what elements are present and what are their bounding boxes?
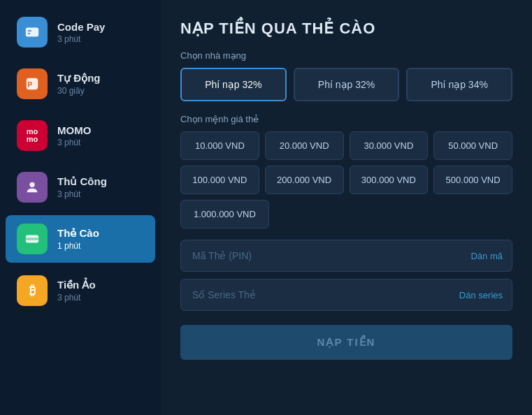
value-label: Chọn mệnh giá thẻ (180, 114, 512, 124)
tu-dong-name: Tự Động (57, 72, 101, 85)
sidebar-item-code-pay[interactable]: Code Pay3 phút (6, 8, 155, 56)
tu-dong-time: 30 giây (57, 86, 101, 96)
momo-icon: momo (17, 120, 48, 151)
value-btn-v500[interactable]: 500.000 VND (433, 166, 512, 194)
sidebar-item-the-cao[interactable]: Thẻ Cào1 phút (6, 215, 155, 263)
value-btn-v200[interactable]: 200.000 VND (265, 166, 344, 194)
sidebar-item-thu-cong[interactable]: Thủ Công3 phút (6, 163, 155, 211)
svg-rect-1 (28, 30, 32, 31)
value-btn-v300[interactable]: 300.000 VND (350, 166, 429, 194)
value-grid-row2: 100.000 VND200.000 VND300.000 VND500.000… (180, 166, 512, 194)
pin-input[interactable] (180, 240, 512, 272)
code-pay-name: Code Pay (57, 21, 105, 33)
svg-point-5 (29, 182, 34, 187)
tien-ao-name: Tiền Ảo (57, 279, 96, 291)
thu-cong-name: Thủ Công (57, 175, 107, 188)
svg-text:P: P (28, 81, 33, 89)
page-title: NẠP TIỀN QUA THẺ CÀO (180, 20, 512, 38)
sidebar-item-tu-dong[interactable]: PTự Động30 giây (6, 60, 155, 108)
network-btn-mobifone[interactable]: Phí nạp 32% (294, 68, 400, 101)
network-btn-vinaphone[interactable]: Phí nạp 34% (406, 68, 512, 101)
network-label: Chọn nhà mạng (180, 50, 512, 61)
paste-series-button[interactable]: Dán series (459, 290, 503, 300)
thu-cong-time: 3 phút (57, 189, 107, 199)
sidebar-item-momo[interactable]: momoMOMO3 phút (6, 112, 155, 159)
momo-time: 3 phút (57, 138, 91, 147)
thu-cong-icon (17, 172, 48, 203)
network-row: Phí nạp 32%Phí nạp 32%Phí nạp 34% (180, 68, 512, 101)
sidebar-item-tien-ao[interactable]: ₿Tiền Ảo3 phút (6, 267, 155, 314)
pin-input-group: Dán mã (180, 240, 512, 272)
value-grid-row1: 10.000 VND20.000 VND30.000 VND50.000 VND (180, 131, 512, 160)
value-btn-v50[interactable]: 50.000 VND (433, 131, 512, 160)
svg-rect-0 (26, 28, 38, 37)
svg-rect-2 (28, 33, 31, 34)
value-btn-v100[interactable]: 100.000 VND (180, 166, 259, 194)
main-content: NẠP TIỀN QUA THẺ CÀO Chọn nhà mạng Phí n… (161, 0, 532, 415)
code-pay-icon (17, 17, 48, 48)
code-pay-time: 3 phút (57, 34, 105, 44)
value-btn-v30[interactable]: 30.000 VND (350, 131, 429, 160)
paste-pin-button[interactable]: Dán mã (470, 251, 503, 261)
series-input-group: Dán series (180, 279, 512, 311)
network-btn-viettel[interactable]: Phí nạp 32% (180, 68, 287, 101)
the-cao-name: Thẻ Cào (57, 227, 99, 240)
the-cao-icon (17, 224, 48, 254)
value-row-single: 1.000.000 VND (180, 200, 512, 228)
value-btn-v1000[interactable]: 1.000.000 VND (180, 200, 269, 228)
tien-ao-time: 3 phút (57, 293, 96, 303)
sidebar: Code Pay3 phútPTự Động30 giâymomoMOMO3 p… (0, 0, 161, 415)
value-btn-v10[interactable]: 10.000 VND (180, 131, 259, 160)
svg-rect-7 (26, 238, 38, 240)
submit-button[interactable]: NẠP TIỀN (180, 325, 512, 360)
tu-dong-icon: P (17, 68, 48, 99)
momo-name: MOMO (57, 124, 91, 136)
tien-ao-icon: ₿ (17, 275, 48, 306)
value-btn-v20[interactable]: 20.000 VND (265, 131, 344, 160)
the-cao-time: 1 phút (57, 241, 99, 251)
